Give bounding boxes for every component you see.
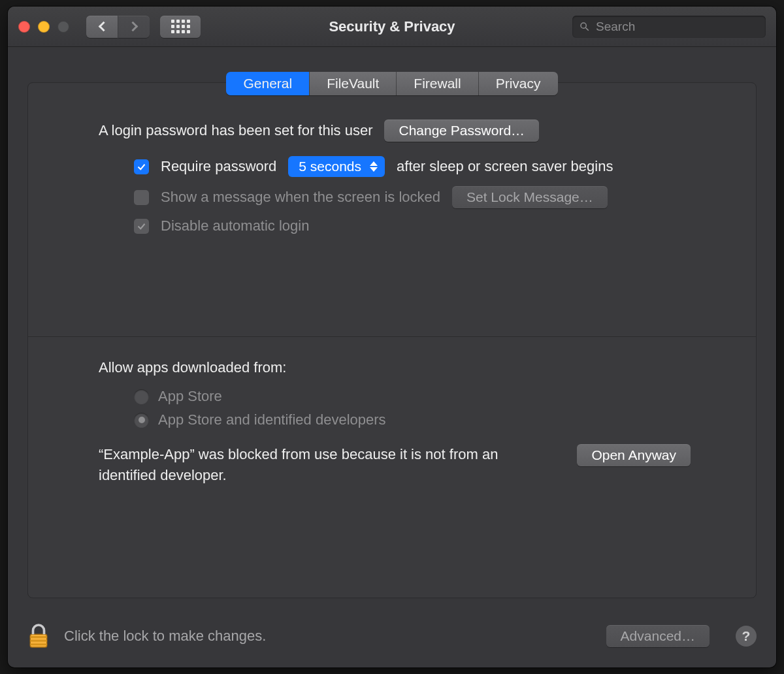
login-password-text: A login password has been set for this u… xyxy=(99,122,372,139)
blocked-app-row: “Example-App” was blocked from use becau… xyxy=(99,444,691,486)
disable-auto-login-row: Disable automatic login xyxy=(99,217,691,234)
content-area: General FileVault Firewall Privacy A log… xyxy=(8,47,776,605)
check-icon xyxy=(137,221,146,231)
chevron-left-icon xyxy=(98,22,108,32)
grid-icon xyxy=(171,20,190,33)
tab-firewall[interactable]: Firewall xyxy=(396,72,478,95)
preferences-window: Security & Privacy General FileVault Fir… xyxy=(8,7,776,667)
tab-filevault[interactable]: FileVault xyxy=(309,72,396,95)
change-password-button[interactable]: Change Password… xyxy=(384,120,539,142)
divider xyxy=(28,336,756,337)
show-lock-message-row: Show a message when the screen is locked… xyxy=(99,186,691,208)
close-window-button[interactable] xyxy=(18,21,30,33)
up-down-icon xyxy=(369,161,378,172)
login-password-row: A login password has been set for this u… xyxy=(99,120,691,142)
chevron-right-icon xyxy=(127,22,138,32)
tab-general[interactable]: General xyxy=(226,72,309,95)
require-password-label: Require password xyxy=(161,158,276,175)
show-all-button[interactable] xyxy=(160,16,201,38)
allow-identified-label: App Store and identified developers xyxy=(158,411,386,428)
advanced-button[interactable]: Advanced… xyxy=(606,625,710,647)
forward-button xyxy=(118,16,150,38)
svg-rect-2 xyxy=(30,640,47,642)
back-button[interactable] xyxy=(86,16,118,38)
after-sleep-text: after sleep or screen saver begins xyxy=(397,158,613,175)
svg-rect-3 xyxy=(30,643,47,645)
svg-rect-1 xyxy=(30,636,47,638)
search-field[interactable] xyxy=(572,16,766,38)
search-icon xyxy=(579,21,591,33)
disable-auto-login-label: Disable automatic login xyxy=(161,217,309,234)
lock-hint-text: Click the lock to make changes. xyxy=(64,628,266,645)
nav-back-forward xyxy=(86,16,150,38)
minimize-window-button[interactable] xyxy=(38,21,50,33)
search-input[interactable] xyxy=(596,20,759,34)
tabbar: General FileVault Firewall Privacy xyxy=(226,72,557,95)
disable-auto-login-checkbox xyxy=(134,219,149,234)
allow-appstore-row: App Store xyxy=(99,388,691,405)
allow-apps-heading: Allow apps downloaded from: xyxy=(99,359,691,376)
allow-appstore-radio xyxy=(134,389,149,404)
blocked-app-text: “Example-App” was blocked from use becau… xyxy=(99,444,551,486)
allow-appstore-label: App Store xyxy=(158,388,222,405)
footer: Click the lock to make changes. Advanced… xyxy=(8,605,776,667)
require-password-checkbox[interactable] xyxy=(134,159,149,174)
zoom-window-button xyxy=(57,21,69,33)
lock-icon[interactable] xyxy=(27,623,50,649)
allow-identified-radio xyxy=(134,413,149,428)
open-anyway-button[interactable]: Open Anyway xyxy=(577,444,691,466)
check-icon xyxy=(137,162,146,172)
tab-privacy[interactable]: Privacy xyxy=(478,72,558,95)
show-lock-message-checkbox xyxy=(134,190,149,205)
require-password-row: Require password 5 seconds after sleep o… xyxy=(99,156,691,177)
set-lock-message-button: Set Lock Message… xyxy=(452,186,608,208)
settings-frame: A login password has been set for this u… xyxy=(27,82,757,598)
help-button[interactable]: ? xyxy=(736,626,757,647)
show-lock-message-label: Show a message when the screen is locked xyxy=(161,189,440,206)
allow-identified-row: App Store and identified developers xyxy=(99,411,691,428)
traffic-lights xyxy=(18,21,69,33)
require-password-delay-value: 5 seconds xyxy=(299,159,361,174)
toolbar: Security & Privacy xyxy=(8,7,776,47)
require-password-delay-popup[interactable]: 5 seconds xyxy=(288,156,385,177)
